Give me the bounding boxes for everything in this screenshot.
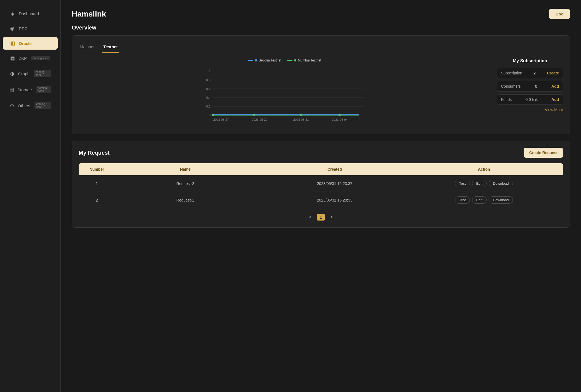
svg-point-20 bbox=[212, 114, 214, 116]
consumers-row: Consumers 0 Add bbox=[497, 81, 563, 92]
subscription-panel-title: My Subscription bbox=[497, 58, 563, 63]
row1-download-button[interactable]: Download bbox=[489, 180, 513, 187]
svg-text:1: 1 bbox=[209, 69, 210, 73]
request-header: My Request Create Request bbox=[79, 148, 563, 158]
zkp-icon: ▦ bbox=[9, 55, 15, 61]
view-more-link[interactable]: View More bbox=[497, 108, 563, 112]
overview-section-title: Overview bbox=[72, 25, 570, 31]
chart-area: Sepolia Testnet Mumbai Testnet bbox=[79, 58, 490, 127]
row2-edit-button[interactable]: Edit bbox=[472, 196, 486, 204]
svg-text:0: 0 bbox=[209, 114, 210, 117]
tab-mainnet[interactable]: Mainnet bbox=[79, 42, 95, 53]
legend-sepolia: Sepolia Testnet bbox=[248, 58, 281, 62]
funds-value: 0.0 link bbox=[526, 97, 538, 102]
table-row: 2 Request-1 2023/05/31 15:20:33 Test Edi… bbox=[79, 192, 563, 208]
svg-text:2023-05-27: 2023-05-27 bbox=[213, 118, 229, 121]
graph-coming-soon-badge: coming soon bbox=[34, 70, 51, 77]
row1-created: 2023/05/31 15:23:37 bbox=[260, 181, 409, 186]
page-title: Hamslink bbox=[72, 10, 106, 18]
request-card: My Request Create Request Number Name Cr… bbox=[72, 141, 570, 228]
row2-name: Request-1 bbox=[111, 198, 260, 202]
sidebar-item-dashboard[interactable]: ◈Dashboard bbox=[3, 7, 58, 20]
sidebar-item-zkp[interactable]: ▦ZKPcoming soon bbox=[3, 52, 58, 65]
storage-coming-soon-badge: coming soon bbox=[36, 86, 51, 93]
dashboard-icon: ◈ bbox=[9, 10, 15, 17]
page-header: Hamslink Doc bbox=[72, 9, 570, 19]
funds-row: Funds 0.0 link Add bbox=[497, 94, 563, 105]
consumers-add-button[interactable]: Add bbox=[551, 84, 559, 88]
legend-mumbai: Mumbai Testnet bbox=[287, 58, 321, 62]
sidebar-item-zkp-label: ZKP bbox=[19, 56, 27, 61]
row1-number: 1 bbox=[83, 181, 111, 186]
sidebar-item-storage-label: Storage bbox=[17, 87, 32, 92]
row1-actions: Test Edit Download bbox=[409, 180, 559, 187]
legend-sepolia-label: Sepolia Testnet bbox=[259, 58, 281, 62]
sidebar-item-oracle-label: Oracle bbox=[19, 41, 32, 46]
svg-text:2023-05-31: 2023-05-31 bbox=[293, 118, 309, 121]
row1-name: Request-2 bbox=[111, 181, 260, 186]
pagination: < 1 > bbox=[79, 214, 563, 221]
svg-text:2023-05-29: 2023-05-29 bbox=[252, 118, 267, 121]
others-icon: ⊙ bbox=[9, 103, 14, 109]
storage-icon: ▤ bbox=[9, 87, 14, 93]
overview-card: Mainnet Testnet Sepolia Testnet Mumbai T… bbox=[72, 35, 570, 134]
row2-created: 2023/05/31 15:20:33 bbox=[260, 198, 409, 202]
col-name: Name bbox=[111, 167, 260, 171]
svg-text:0.8: 0.8 bbox=[206, 78, 210, 82]
subscription-panel: My Subscription Subscription 2 Create Co… bbox=[497, 58, 563, 127]
chart-svg-wrapper: 1 0.8 0.6 0.4 0.2 0 2023-05-27 2023-05-2… bbox=[79, 66, 490, 127]
svg-text:0.4: 0.4 bbox=[206, 96, 210, 99]
sidebar-item-oracle[interactable]: ◧Oracle bbox=[3, 37, 58, 50]
others-coming-soon-badge: coming soon bbox=[34, 102, 51, 109]
oracle-icon: ◧ bbox=[9, 40, 15, 46]
sidebar-item-storage[interactable]: ▤Storagecoming soon bbox=[3, 83, 58, 96]
col-action: Action bbox=[409, 167, 559, 171]
subscription-row: Subscription 2 Create bbox=[497, 68, 563, 78]
svg-point-22 bbox=[300, 114, 302, 116]
row1-edit-button[interactable]: Edit bbox=[472, 180, 486, 187]
pagination-page-1[interactable]: 1 bbox=[317, 214, 325, 221]
row1-test-button[interactable]: Test bbox=[455, 180, 470, 187]
svg-text:2023-06-0x: 2023-06-0x bbox=[332, 118, 347, 121]
svg-text:0.6: 0.6 bbox=[206, 87, 210, 90]
sidebar: ◈Dashboard◉RPC◧Oracle▦ZKPcoming soon◑Gra… bbox=[0, 0, 61, 392]
zkp-coming-soon-badge: coming soon bbox=[31, 56, 50, 60]
svg-point-21 bbox=[253, 114, 255, 116]
sidebar-item-graph[interactable]: ◑Graphcoming soon bbox=[3, 67, 58, 80]
funds-add-button[interactable]: Add bbox=[551, 97, 559, 102]
request-section-title: My Request bbox=[79, 150, 110, 156]
main-content: Hamslink Doc Overview Mainnet Testnet Se… bbox=[61, 0, 581, 392]
legend-mumbai-label: Mumbai Testnet bbox=[298, 58, 321, 62]
consumers-value: 0 bbox=[535, 84, 537, 88]
funds-label: Funds bbox=[501, 97, 512, 102]
col-created: Created bbox=[260, 167, 409, 171]
subscription-create-button[interactable]: Create bbox=[547, 71, 559, 75]
sidebar-item-graph-label: Graph bbox=[18, 71, 30, 76]
sidebar-item-others[interactable]: ⊙Otherscoming soon bbox=[3, 99, 58, 112]
overview-content: Sepolia Testnet Mumbai Testnet bbox=[79, 58, 563, 127]
row2-actions: Test Edit Download bbox=[409, 196, 559, 204]
col-number: Number bbox=[83, 167, 111, 171]
pagination-next[interactable]: > bbox=[328, 214, 335, 221]
tabs: Mainnet Testnet bbox=[79, 42, 563, 53]
tab-testnet[interactable]: Testnet bbox=[102, 42, 119, 53]
doc-button[interactable]: Doc bbox=[549, 9, 570, 19]
chart-svg: 1 0.8 0.6 0.4 0.2 0 2023-05-27 2023-05-2… bbox=[79, 66, 490, 126]
svg-text:0.2: 0.2 bbox=[206, 105, 210, 108]
chart-legend: Sepolia Testnet Mumbai Testnet bbox=[79, 58, 490, 62]
row2-download-button[interactable]: Download bbox=[489, 196, 513, 204]
table-row: 1 Request-2 2023/05/31 15:23:37 Test Edi… bbox=[79, 175, 563, 192]
pagination-prev[interactable]: < bbox=[307, 214, 314, 221]
sidebar-item-others-label: Others bbox=[18, 103, 30, 108]
subscription-value: 2 bbox=[534, 71, 536, 75]
sidebar-item-dashboard-label: Dashboard bbox=[19, 11, 39, 16]
subscription-label: Subscription bbox=[501, 71, 522, 75]
row2-number: 2 bbox=[83, 198, 111, 202]
table-header: Number Name Created Action bbox=[79, 163, 563, 175]
graph-icon: ◑ bbox=[9, 71, 15, 77]
rpc-icon: ◉ bbox=[9, 25, 15, 31]
create-request-button[interactable]: Create Request bbox=[524, 148, 563, 158]
row2-test-button[interactable]: Test bbox=[455, 196, 470, 204]
sidebar-item-rpc[interactable]: ◉RPC bbox=[3, 22, 58, 35]
request-table: Number Name Created Action 1 Request-2 2… bbox=[79, 163, 563, 208]
